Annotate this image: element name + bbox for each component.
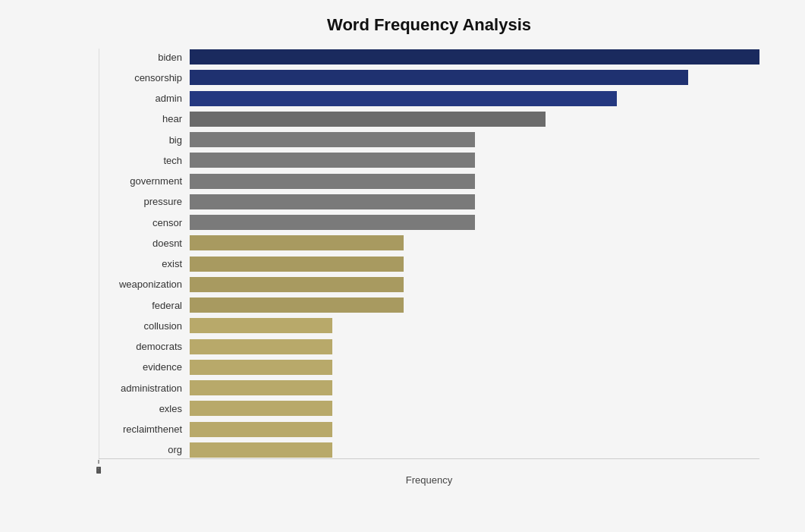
- bar-fill: [190, 153, 475, 168]
- bar-track: [190, 91, 759, 106]
- bars-section: bidencensorshipadminhearbigtechgovernmen…: [99, 49, 759, 458]
- x-tick: 8: [96, 460, 102, 476]
- bar-label: exist: [99, 258, 190, 269]
- bar-label: admin: [99, 93, 190, 104]
- bar-track: [190, 297, 759, 313]
- bar-label: biden: [99, 52, 190, 63]
- bar-track: [190, 112, 759, 127]
- x-ticks: 012345678: [99, 460, 759, 475]
- bar-fill: [190, 174, 475, 189]
- bar-fill: [190, 339, 332, 354]
- bar-row: biden: [99, 49, 759, 65]
- bar-fill: [190, 422, 332, 437]
- bar-row: administration: [99, 379, 759, 396]
- bar-track: [190, 174, 759, 189]
- bar-row: reclaimthenet: [99, 421, 759, 438]
- bar-track: [190, 360, 759, 375]
- bar-fill: [190, 442, 332, 458]
- bar-track: [190, 153, 759, 168]
- bar-label: evidence: [99, 361, 190, 373]
- bar-row: big: [99, 131, 759, 148]
- bar-track: [190, 132, 759, 147]
- bar-row: censor: [99, 214, 759, 231]
- bar-fill: [190, 277, 404, 292]
- bar-fill: [190, 380, 332, 395]
- bar-track: [190, 194, 759, 209]
- bar-track: [190, 49, 759, 65]
- bar-track: [190, 401, 759, 416]
- bar-row: government: [99, 173, 759, 190]
- bar-fill: [190, 318, 332, 333]
- bar-label: pressure: [99, 196, 190, 207]
- bar-row: democrats: [99, 338, 759, 355]
- bar-row: pressure: [99, 194, 759, 210]
- bar-label: censorship: [99, 72, 190, 83]
- bar-label: democrats: [99, 341, 190, 352]
- bar-track: [190, 70, 759, 85]
- bar-fill: [190, 194, 475, 209]
- bar-row: tech: [99, 152, 759, 168]
- bar-track: [190, 339, 759, 354]
- bar-fill: [190, 132, 475, 147]
- bar-label: hear: [99, 113, 190, 124]
- bar-row: censorship: [99, 69, 759, 86]
- bar-label: weaponization: [99, 279, 190, 290]
- x-axis: 012345678 Frequency: [99, 458, 759, 489]
- bar-track: [190, 380, 759, 395]
- bar-fill: [190, 49, 759, 65]
- bar-label: administration: [99, 382, 190, 394]
- bar-fill: [190, 215, 475, 230]
- bar-row: hear: [99, 111, 759, 127]
- bar-row: collusion: [99, 317, 759, 334]
- bar-track: [190, 257, 759, 272]
- bar-row: doesnt: [99, 235, 759, 251]
- bar-label: big: [99, 134, 190, 146]
- bar-row: federal: [99, 297, 759, 313]
- bar-label: government: [99, 175, 190, 187]
- bar-fill: [190, 297, 404, 313]
- bar-track: [190, 235, 759, 250]
- bar-track: [190, 277, 759, 292]
- bar-row: weaponization: [99, 276, 759, 293]
- bar-fill: [190, 70, 688, 85]
- bar-label: doesnt: [99, 238, 190, 249]
- bar-label: reclaimthenet: [99, 423, 190, 435]
- bar-row: org: [99, 442, 759, 458]
- bar-track: [190, 442, 759, 458]
- bar-label: federal: [99, 300, 190, 311]
- bar-row: exist: [99, 256, 759, 272]
- bar-label: tech: [99, 155, 190, 166]
- chart-area: bidencensorshipadminhearbigtechgovernmen…: [99, 49, 759, 489]
- bar-fill: [190, 112, 546, 127]
- bar-row: evidence: [99, 359, 759, 376]
- bar-label: collusion: [99, 320, 190, 332]
- bar-label: exles: [99, 403, 190, 414]
- bar-label: censor: [99, 217, 190, 228]
- bar-row: admin: [99, 90, 759, 107]
- bar-fill: [190, 257, 404, 272]
- x-tick-mark: [99, 460, 99, 464]
- chart-container: Word Frequency Analysis bidencensorshipa…: [0, 0, 805, 532]
- x-axis-line: [99, 458, 759, 459]
- bar-fill: [190, 91, 617, 106]
- bar-label: org: [99, 444, 190, 455]
- bar-fill: [190, 235, 404, 250]
- bar-track: [190, 422, 759, 437]
- bar-fill: [190, 360, 332, 375]
- bar-track: [190, 215, 759, 230]
- bar-row: exles: [99, 400, 759, 417]
- x-axis-title: Frequency: [99, 474, 759, 486]
- chart-title: Word Frequency Analysis: [99, 15, 759, 35]
- bar-track: [190, 318, 759, 333]
- bar-fill: [190, 401, 332, 416]
